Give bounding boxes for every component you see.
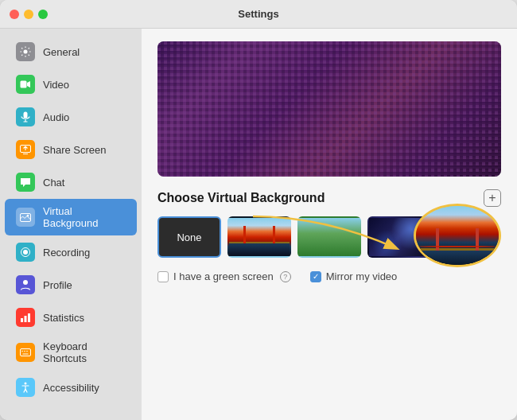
green-screen-label: I have a green screen	[173, 270, 274, 282]
bg-options-container: None	[157, 216, 501, 258]
sidebar-item-accessibility[interactable]: Accessibility	[5, 371, 137, 403]
window-controls	[10, 10, 48, 19]
sidebar-item-recording[interactable]: Recording	[5, 236, 137, 268]
svg-point-20	[25, 383, 27, 385]
sidebar-item-general[interactable]: General	[5, 36, 137, 68]
statistics-label: Statistics	[43, 312, 84, 324]
none-label: None	[177, 231, 201, 243]
mirror-video-option[interactable]: ✓ Mirror my video	[310, 270, 398, 282]
bg-option-none[interactable]: None	[157, 216, 221, 258]
maximize-button[interactable]	[38, 10, 48, 19]
bridge-water-zoom	[416, 251, 499, 265]
mirror-video-checkbox[interactable]: ✓	[310, 271, 321, 282]
virtual-background-label: Virtual Background	[43, 205, 126, 229]
svg-rect-2	[24, 112, 28, 119]
statistics-icon	[16, 308, 35, 327]
sidebar-item-audio[interactable]: Audio	[5, 101, 137, 133]
svg-point-8	[27, 214, 29, 216]
video-preview	[157, 41, 501, 177]
sidebar: General Video	[0, 29, 142, 420]
share-screen-icon	[16, 140, 35, 159]
svg-rect-13	[25, 316, 27, 322]
window-title: Settings	[238, 8, 278, 20]
svg-rect-12	[21, 318, 23, 322]
chat-label: Chat	[43, 177, 64, 189]
sidebar-item-statistics[interactable]: Statistics	[5, 301, 137, 333]
keyboard-icon	[16, 343, 35, 362]
bridge-road-zoom	[420, 248, 495, 251]
video-label: Video	[43, 79, 69, 91]
mirror-label: Mirror my video	[326, 270, 398, 282]
audio-label: Audio	[43, 111, 69, 123]
video-icon	[16, 75, 35, 94]
green-screen-help-icon[interactable]: ?	[280, 271, 291, 282]
arrow-indicator	[221, 208, 436, 272]
general-label: General	[43, 46, 80, 58]
profile-icon	[16, 275, 35, 294]
green-screen-option[interactable]: I have a green screen ?	[157, 270, 291, 282]
title-bar: Settings	[0, 0, 517, 29]
keyboard-shortcuts-label: Keyboard Shortcuts	[43, 340, 126, 364]
chat-icon	[16, 173, 35, 192]
add-icon: +	[488, 192, 496, 204]
bottom-options: I have a green screen ? ✓ Mirror my vide…	[157, 270, 501, 282]
settings-window: Settings General	[0, 0, 517, 420]
general-icon	[16, 42, 35, 61]
svg-rect-14	[28, 313, 30, 322]
svg-rect-1	[21, 81, 27, 88]
svg-rect-15	[21, 349, 31, 356]
svg-point-10	[23, 250, 28, 255]
recording-label: Recording	[43, 247, 90, 259]
green-screen-checkbox[interactable]	[157, 271, 169, 282]
content-area: General Video	[0, 29, 517, 420]
sidebar-item-share-screen[interactable]: Share Screen	[5, 134, 137, 165]
sidebar-item-video[interactable]: Video	[5, 68, 137, 100]
sidebar-item-keyboard-shortcuts[interactable]: Keyboard Shortcuts	[5, 334, 137, 371]
minimize-button[interactable]	[24, 10, 33, 19]
sidebar-item-profile[interactable]: Profile	[5, 269, 137, 301]
bridge-cable-zoom	[418, 246, 496, 247]
accessibility-label: Accessibility	[43, 382, 99, 394]
choose-title: Choose Virtual Background	[157, 191, 325, 205]
profile-label: Profile	[43, 279, 72, 291]
main-panel: Choose Virtual Background + None	[142, 29, 517, 420]
zoomed-bridge-preview	[414, 204, 501, 267]
svg-point-11	[23, 280, 28, 285]
recording-icon	[16, 243, 35, 262]
svg-point-0	[24, 50, 28, 54]
add-background-button[interactable]: +	[484, 189, 501, 207]
close-button[interactable]	[10, 10, 19, 19]
pixel-overlay	[157, 41, 501, 177]
share-screen-label: Share Screen	[43, 144, 107, 156]
sidebar-item-chat[interactable]: Chat	[5, 166, 137, 198]
sidebar-item-virtual-background[interactable]: Virtual Background	[5, 199, 137, 235]
virtual-background-icon	[16, 208, 35, 227]
accessibility-icon	[16, 378, 35, 397]
audio-icon	[16, 107, 35, 126]
